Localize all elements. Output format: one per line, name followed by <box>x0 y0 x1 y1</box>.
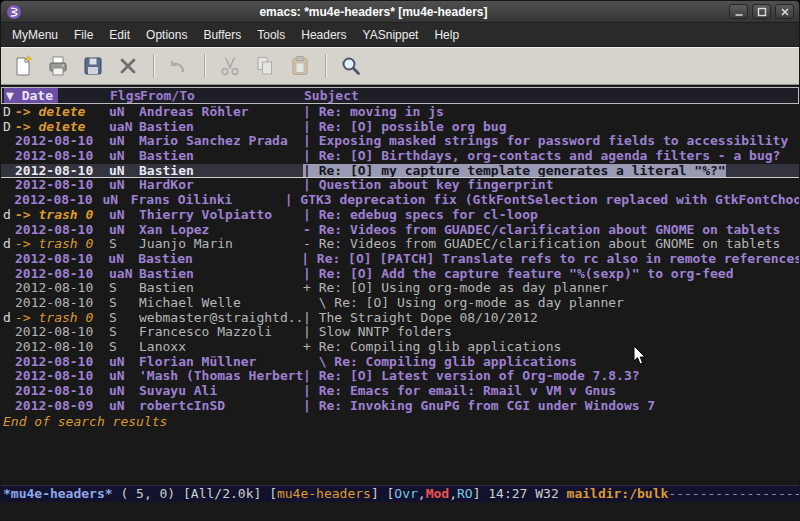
echo-area[interactable] <box>1 502 799 520</box>
message-row[interactable]: d -> trash 0 uN Thierry Volpiatto | Re: … <box>1 208 799 223</box>
close-icon <box>780 7 790 17</box>
message-row[interactable]: 2012-08-10 uN Florian Müllner \ Re: Comp… <box>1 355 799 370</box>
menu-item-yasnippet[interactable]: YASnippet <box>355 25 427 45</box>
mark-char <box>1 134 15 149</box>
subject-cell: | GTK3 deprecation fix (GtkFontSelection… <box>285 193 799 208</box>
menu-item-file[interactable]: File <box>66 25 101 45</box>
from-cell: Frans Oilinki <box>131 193 285 208</box>
message-row[interactable]: 2012-08-10 S Lanoxx + Re: Compiling glib… <box>1 340 799 355</box>
mark-char <box>1 223 15 238</box>
modeline-space <box>559 486 567 501</box>
message-row[interactable]: 2012-08-10 uN Bastien | Re: [O] [PATCH] … <box>1 252 799 267</box>
column-header-from[interactable]: From/To <box>140 88 304 103</box>
flags-cell: S <box>109 311 139 326</box>
mark-char <box>1 149 15 164</box>
message-row[interactable]: 2012-08-10 S Michael Welle \ Re: [O] Usi… <box>1 296 799 311</box>
date-cell: 2012-08-10 <box>15 325 109 340</box>
close-buffer-button[interactable] <box>113 51 143 81</box>
flags-cell: uN <box>109 178 139 193</box>
title-bar[interactable]: emacs: *mu4e-headers* [mu4e-headers] <box>1 1 799 23</box>
message-row[interactable]: d -> trash 0 S webmaster@straightd... | … <box>1 311 799 326</box>
flags-cell: uN <box>108 252 138 267</box>
date-cell: -> trash 0 <box>15 311 109 326</box>
message-row[interactable]: d -> trash 0 S Juanjo Marin - Re: Videos… <box>1 237 799 252</box>
column-header-subject[interactable]: Subject <box>304 88 798 103</box>
toolbar-separator <box>325 54 326 78</box>
date-cell: 2012-08-10 <box>15 178 109 193</box>
subject-cell: | Exposing masked strings for password f… <box>303 134 788 149</box>
new-file-icon <box>11 54 35 78</box>
date-cell: 2012-08-10 <box>15 267 109 282</box>
message-row[interactable]: 2012-08-10 S Bastien + Re: [O] Using org… <box>1 281 799 296</box>
date-cell: 2012-08-10 <box>15 164 109 178</box>
date-cell: -> delete <box>15 105 109 120</box>
search-icon <box>339 54 363 78</box>
column-header-date[interactable]: ▼ Date <box>2 88 110 103</box>
subject-cell: - Re: Videos from GUADEC/clarification a… <box>303 223 780 238</box>
copy-button[interactable] <box>250 51 280 81</box>
cut-button[interactable] <box>215 51 245 81</box>
date-cell: 2012-08-10 <box>15 355 109 370</box>
modeline-stats: ( 5, 0) [All/2.0k] <box>113 486 270 501</box>
flags-cell: uN <box>109 134 139 149</box>
menu-item-tools[interactable]: Tools <box>249 25 293 45</box>
save-icon <box>81 54 105 78</box>
menu-item-headers[interactable]: Headers <box>293 25 354 45</box>
message-row[interactable]: 2012-08-10 uN 'Mash (Thomas Herbert) | R… <box>1 369 799 384</box>
flags-cell: uN <box>109 164 139 178</box>
menu-item-options[interactable]: Options <box>138 25 195 45</box>
message-row[interactable]: 2012-08-09 uN robertcInSD | Re: Invoking… <box>1 399 799 414</box>
maximize-button[interactable] <box>752 4 771 19</box>
mode-line[interactable]: *mu4e-headers* ( 5, 0) [All/2.0k] [mu4e-… <box>1 485 799 502</box>
menu-item-edit[interactable]: Edit <box>101 25 138 45</box>
mark-char <box>1 355 15 370</box>
message-row[interactable]: 2012-08-10 uN Xan Lopez - Re: Videos fro… <box>1 223 799 238</box>
subject-cell: | Re: [O] my capture template generates … <box>303 164 726 178</box>
message-row[interactable]: 2012-08-10 uN Suvayu Ali | Re: Emacs for… <box>1 384 799 399</box>
print-button[interactable] <box>43 51 73 81</box>
mark-char <box>1 164 15 178</box>
copy-icon <box>253 54 277 78</box>
minimize-button[interactable] <box>729 4 748 19</box>
message-row[interactable]: 2012-08-10 uN Mario Sanchez Prada | Expo… <box>1 134 799 149</box>
from-cell: robertcInSD <box>139 399 303 414</box>
message-row[interactable]: 2012-08-10 uN HardKor | Question about k… <box>1 178 799 193</box>
date-cell: 2012-08-10 <box>15 369 109 384</box>
from-cell: Bastien <box>139 149 303 164</box>
menu-item-help[interactable]: Help <box>426 25 467 45</box>
mark-char <box>1 325 15 340</box>
flags-cell: uN <box>103 193 131 208</box>
message-row[interactable]: 2012-08-10 uN Frans Oilinki | GTK3 depre… <box>1 193 799 208</box>
search-button[interactable] <box>336 51 366 81</box>
message-row[interactable]: 2012-08-10 uaN Bastien | Re: [O] Add the… <box>1 267 799 282</box>
headers-buffer: ▼ Date Flgs From/To Subject D -> delete … <box>1 85 799 485</box>
message-row[interactable]: 2012-08-10 uN Bastien | Re: [O] my captu… <box>1 164 799 179</box>
column-header-flags[interactable]: Flgs <box>110 88 140 103</box>
message-row[interactable]: D -> delete uaN Bastien | Re: [O] possib… <box>1 120 799 135</box>
maximize-icon <box>757 7 767 17</box>
toolbar-separator <box>204 54 205 78</box>
message-row[interactable]: D -> delete uN Andreas Röhler | Re: movi… <box>1 105 799 120</box>
new-file-button[interactable] <box>8 51 38 81</box>
subject-cell: | Re: [O] Add the capture feature "%(sex… <box>303 267 733 282</box>
undo-button[interactable] <box>164 51 194 81</box>
message-row[interactable]: 2012-08-10 S Francesco Mazzoli | Slow NN… <box>1 325 799 340</box>
subject-cell: - Re: Videos from GUADEC/clarification a… <box>303 237 780 252</box>
date-cell: 2012-08-10 <box>14 193 102 208</box>
message-row[interactable]: 2012-08-10 uN Bastien | Re: [O] Birthday… <box>1 149 799 164</box>
flags-cell: uN <box>109 105 139 120</box>
from-cell: Bastien <box>139 164 303 178</box>
save-button[interactable] <box>78 51 108 81</box>
flags-cell: S <box>109 296 139 311</box>
modeline-major-mode: mu4e-headers <box>277 486 371 501</box>
mark-char <box>1 399 15 414</box>
subject-cell: | Re: edebug specs for cl-loop <box>303 208 538 223</box>
date-cell: 2012-08-10 <box>15 281 109 296</box>
close-button[interactable] <box>775 4 794 19</box>
menu-item-buffers[interactable]: Buffers <box>195 25 249 45</box>
date-cell: -> trash 0 <box>15 237 109 252</box>
mark-char <box>1 267 15 282</box>
paste-button[interactable] <box>285 51 315 81</box>
menu-item-mymenu[interactable]: MyMenu <box>4 25 66 45</box>
modeline-buffer-name: *mu4e-headers* <box>3 486 113 501</box>
